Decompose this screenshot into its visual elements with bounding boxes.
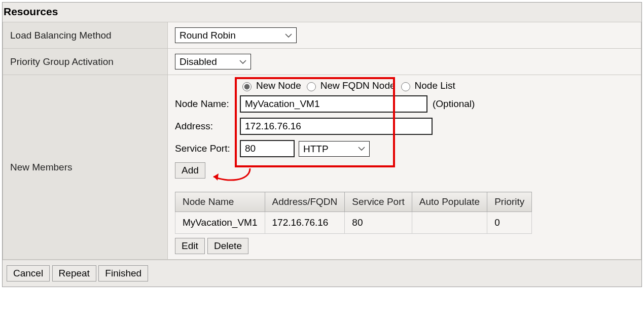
cell-service-port: 80	[345, 212, 412, 234]
col-service-port: Service Port	[345, 192, 412, 212]
add-button[interactable]: Add	[175, 162, 205, 179]
cancel-button[interactable]: Cancel	[7, 265, 50, 282]
label-service-port: Service Port:	[175, 143, 240, 154]
delete-button[interactable]: Delete	[207, 238, 248, 254]
chevron-down-icon	[285, 33, 292, 38]
label-address: Address:	[175, 121, 240, 132]
radio-new-node-label: New Node	[256, 80, 301, 91]
radio-node-list[interactable]	[401, 82, 410, 91]
address-input[interactable]	[240, 118, 433, 135]
service-port-proto-select[interactable]: HTTP	[299, 141, 370, 157]
section-title: Resources	[3, 3, 641, 22]
priority-group-select-input[interactable]: Disabled	[175, 54, 235, 69]
cell-address: 172.16.76.16	[265, 212, 345, 234]
radio-new-fqdn-node[interactable]	[307, 82, 316, 91]
col-auto-populate: Auto Populate	[412, 192, 487, 212]
members-table: Node Name Address/FQDN Service Port Auto…	[175, 192, 532, 234]
service-port-proto-select-input[interactable]: HTTP	[299, 142, 347, 156]
chevron-down-icon	[358, 146, 365, 151]
footer-button-row: Cancel Repeat Finished	[3, 260, 641, 287]
new-members-area: New Node New FQDN Node Node List Node Na…	[175, 80, 634, 254]
row-load-balancing: Load Balancing Method Round Robin	[3, 22, 641, 49]
col-priority: Priority	[487, 192, 532, 212]
load-balancing-select-input[interactable]: Round Robin	[175, 28, 254, 43]
finished-button[interactable]: Finished	[98, 265, 148, 282]
edit-button[interactable]: Edit	[175, 238, 205, 254]
optional-text: (Optional)	[433, 98, 475, 110]
table-row[interactable]: MyVacation_VM1 172.16.76.16 80 0	[175, 212, 532, 234]
chevron-down-icon	[239, 59, 246, 64]
cell-priority: 0	[487, 212, 532, 234]
row-node-name: Node Name: (Optional)	[175, 95, 634, 113]
col-node-name: Node Name	[175, 192, 265, 212]
cell-node-name: MyVacation_VM1	[175, 212, 265, 234]
priority-group-select[interactable]: Disabled	[175, 54, 251, 69]
resources-panel: Resources Load Balancing Method Round Ro…	[2, 2, 642, 287]
row-priority-group: Priority Group Activation Disabled	[3, 49, 641, 75]
table-button-row: Edit Delete	[175, 238, 634, 254]
cell-auto-populate	[412, 212, 487, 234]
label-load-balancing: Load Balancing Method	[3, 22, 168, 49]
row-new-members: New Members New Node New FQDN Node Node …	[3, 75, 641, 260]
col-address: Address/FQDN	[265, 192, 345, 212]
radio-new-node[interactable]	[242, 82, 252, 91]
row-service-port: Service Port: HTTP	[175, 140, 634, 157]
row-address: Address:	[175, 118, 634, 135]
label-new-members: New Members	[3, 75, 168, 260]
label-node-name: Node Name:	[175, 98, 240, 110]
load-balancing-select[interactable]: Round Robin	[175, 27, 297, 43]
config-table: Load Balancing Method Round Robin Priori…	[3, 22, 641, 260]
label-priority-group: Priority Group Activation	[3, 49, 168, 75]
add-button-row: Add	[175, 162, 634, 179]
repeat-button[interactable]: Repeat	[52, 265, 96, 282]
node-type-radio-row: New Node New FQDN Node Node List	[240, 80, 634, 91]
radio-new-fqdn-node-label: New FQDN Node	[320, 80, 396, 91]
node-name-input[interactable]	[240, 95, 427, 113]
service-port-input[interactable]	[240, 140, 295, 157]
radio-node-list-label: Node List	[415, 80, 455, 91]
